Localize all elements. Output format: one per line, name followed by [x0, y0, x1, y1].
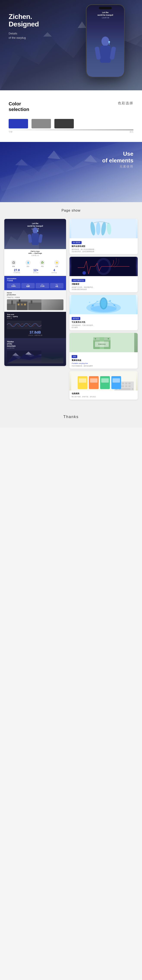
svg-point-27	[37, 230, 39, 232]
svg-rect-32	[11, 301, 13, 305]
lp-factory-image	[7, 299, 63, 310]
lp-stats-row: 27.8 SNR降噪值 12+ 防水等级 4 款式可选	[7, 268, 63, 274]
svg-rect-90	[90, 378, 98, 383]
svg-point-46	[96, 222, 100, 235]
lp-person-svg	[27, 227, 43, 248]
wave-card-svg	[71, 257, 136, 276]
lp-dark-section: True andblue — query 真心行事 37.8dB 心间止水，卸载…	[4, 312, 66, 338]
rc-card-content-3: 循环使用 可反复用水冲洗 优质硅胶材质，可多次清洗使用，经久耐用	[69, 314, 138, 330]
swatch-blue	[9, 119, 28, 128]
svg-rect-34	[31, 301, 32, 304]
svg-rect-26	[38, 234, 42, 243]
svg-rect-36	[21, 304, 23, 305]
rc-card-content-2: 1800万微克气孔 消散噪音 超细微气孔结构，有效消散声波，实现最佳隔音降噪效果	[69, 276, 138, 292]
rc-card-img-water	[69, 295, 138, 314]
svg-point-52	[82, 271, 86, 275]
lp-mountain-section: Thinkerof themountain 山之思考者	[4, 338, 66, 366]
earplug-svg	[71, 219, 136, 238]
rc-card-box: 蓖麻收纳盒 绿色 蓖麻收纳盒 Portable carrying box 环保可…	[69, 333, 138, 369]
svg-rect-29	[7, 304, 16, 310]
svg-rect-35	[18, 304, 19, 305]
color-title-english: Color selection	[9, 101, 29, 113]
lp-icon-2: 💧 防水	[26, 260, 31, 267]
hero-content: Zichen. Designed Details of the earplug	[9, 13, 39, 40]
svg-point-11	[108, 41, 110, 43]
phone-mockup: Let theworld be tranquil 让世界宁静	[86, 4, 125, 78]
wave-svg	[7, 321, 42, 329]
lp-table-item-4: 颜色 4色	[50, 283, 64, 288]
svg-rect-89	[79, 378, 86, 383]
rc-card-earplug: 60s 塑回弹 随耳朵形状成型 慢回弹材质，插入耳道后缓慢膨胀，完全填充耳道，达…	[69, 219, 138, 255]
svg-rect-76	[125, 383, 127, 384]
water-card-svg	[71, 295, 136, 314]
svg-point-7	[102, 37, 109, 46]
lp-stat-2: 12+ 防水等级	[33, 268, 39, 274]
svg-rect-84	[132, 388, 133, 390]
svg-point-57	[101, 299, 106, 308]
package-svg	[71, 373, 136, 391]
color-gradient-bar	[9, 130, 133, 130]
lp-icon-circle-1: 🎧	[11, 260, 16, 265]
rc-card-wave: 1800万微克气孔 消散噪音 超细微气孔结构，有效消散声波，实现最佳隔音降噪效果	[69, 257, 138, 292]
svg-rect-30	[17, 302, 27, 310]
lp-icons-section: 🎧 降噪 💧 防水 ♻️ 环保 ⭐ 品质	[4, 258, 66, 276]
rc-card-water: 循环使用 可反复用水冲洗 优质硅胶材质，可多次清洗使用，经久耐用	[69, 295, 138, 330]
lp-icon-circle-2: 💧	[26, 260, 31, 265]
phone-screen: Let theworld be tranquil 让世界宁静	[87, 5, 124, 77]
rc-badge-1: 60s 塑回弹	[72, 241, 82, 244]
lp-wave-visual	[7, 321, 63, 329]
rc-badge-4: 绿色	[72, 355, 77, 358]
svg-rect-33	[19, 299, 21, 302]
phone-person	[95, 34, 116, 77]
left-phone-mockup: Let theworld be tranquil 让世界宁静 Fall i	[4, 219, 66, 366]
lp-harsh-section: Harshproduction 严格把产品，中国制造	[4, 290, 66, 312]
hero-section: Zichen. Designed Details of the earplug …	[0, 0, 142, 90]
thanks-section: Thanks	[0, 408, 142, 428]
lp-table-item-3: 降噪 37dB	[36, 283, 49, 288]
svg-point-23	[32, 228, 38, 234]
svg-point-67	[95, 338, 96, 339]
rc-card-img-earplug	[69, 219, 138, 238]
lp-stat-3: 4 款式可选	[52, 268, 57, 274]
phone-outer: Let theworld be tranquil 让世界宁静	[86, 4, 125, 78]
svg-point-58	[92, 304, 94, 307]
svg-point-62	[89, 302, 90, 303]
rc-card-content-4: 绿色 蓖麻收纳盒 Portable carrying box 环保可降解材质，随…	[69, 352, 138, 369]
lp-table-item-1: 规格 S/M/L	[7, 283, 21, 288]
lp-icon-circle-4: ⭐	[54, 260, 59, 265]
rc-card-img-box: 蓖麻收纳盒	[69, 333, 138, 352]
color-title-chinese: 色彩选择	[118, 101, 133, 106]
rc-card-content-1: 60s 塑回弹 随耳朵形状成型 慢回弹材质，插入耳道后缓慢膨胀，完全填充耳道，达…	[69, 238, 138, 255]
svg-rect-28	[7, 299, 42, 310]
svg-rect-37	[24, 304, 26, 305]
elements-section: Use of elements 元素使用	[0, 142, 142, 202]
lp-icon-1: 🎧 降噪	[11, 260, 16, 267]
lp-stat-1: 27.8 SNR降噪值	[14, 268, 20, 274]
color-section: Color selection 色彩选择 宁静 深沉	[0, 90, 142, 142]
svg-rect-92	[113, 378, 120, 383]
lp-blue-table: 规格 S/M/L 材质 硅胶 降噪 37dB 颜色 4色	[7, 283, 63, 288]
lp-icon-4: ⭐ 品质	[54, 260, 59, 267]
color-header: Color selection 色彩选择	[9, 101, 133, 113]
thanks-title: Thanks	[0, 415, 142, 419]
swatch-darkgray	[54, 119, 74, 128]
right-column: 60s 塑回弹 随耳朵形状成型 慢回弹材质，插入耳道后缓慢膨胀，完全填充耳道，达…	[69, 219, 138, 399]
rc-badge-3: 循环使用	[72, 317, 80, 320]
phone-notch	[99, 7, 112, 9]
lp-fall-love: Fall in lovewith — EarPlugs 让你 爱上它	[4, 249, 66, 258]
lp-mountain-visual	[7, 350, 63, 363]
hero-title: Zichen. Designed	[9, 13, 39, 28]
rc-card-img-wave	[69, 257, 138, 276]
mountain-mini-svg	[7, 350, 42, 363]
color-swatches	[9, 119, 133, 128]
page-show-section: Page show	[0, 202, 142, 217]
lp-person	[27, 227, 43, 249]
svg-rect-77	[128, 383, 131, 384]
hero-subtitle: Details of the earplug	[9, 32, 39, 40]
person-svg	[95, 34, 116, 77]
svg-point-68	[108, 338, 109, 339]
lp-37-stat: 37.8dB 心间止水，卸载耳鸣之盏	[7, 331, 63, 336]
lp-hero: Let theworld be tranquil 让世界宁静	[4, 219, 66, 249]
svg-rect-91	[101, 378, 109, 383]
rc-card-content-5: 包装精美 精心设计包装，多色可选，送礼佳品	[69, 391, 138, 399]
